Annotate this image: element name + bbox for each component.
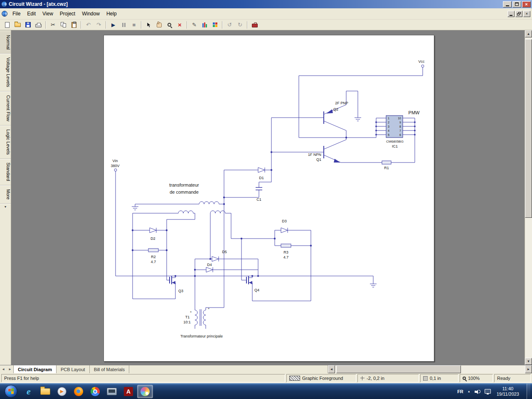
taskbar-icon-media-player[interactable]: ▶: [54, 385, 70, 398]
status-grid[interactable]: 0,1 in: [420, 374, 458, 382]
vertical-scroll-track[interactable]: [525, 37, 532, 358]
redo-button[interactable]: ↷: [94, 20, 103, 30]
toolbox-button[interactable]: [250, 20, 259, 30]
volume-icon[interactable]: [475, 389, 480, 394]
taskbar-icon-firefox[interactable]: [71, 385, 86, 398]
tab-scroll-left-button[interactable]: ◄: [0, 365, 7, 373]
sidebar-tab-voltage-levels[interactable]: Voltage Levels: [0, 54, 11, 91]
vertical-scroll-thumb[interactable]: [525, 39, 532, 218]
menu-project[interactable]: Project: [57, 9, 79, 18]
status-position: -2, 0,2 in: [357, 374, 419, 382]
label-r3-value: 4.7: [283, 255, 289, 259]
pointer-tool-button[interactable]: [144, 20, 153, 30]
sidebar-tab-standard[interactable]: Standard: [0, 159, 11, 185]
svg-text:5: 5: [388, 133, 389, 136]
hatch-swatch-icon: [289, 376, 300, 381]
menu-window[interactable]: Window: [79, 9, 103, 18]
taskbar-clock[interactable]: 11:40 19/11/2023: [497, 386, 519, 397]
canvas-area: Vcc PMW 2F PNP Q2 1F NPN Q1 CM6805BG IC1…: [11, 30, 525, 365]
menubar: File Edit View Project Window Help ×: [0, 8, 532, 20]
graph-tool-button[interactable]: [200, 20, 209, 30]
print-button[interactable]: [34, 20, 43, 30]
toolbar-separator: [106, 21, 106, 29]
label-q2-type: 2F PNP: [335, 101, 348, 105]
label-c1: C1: [256, 197, 261, 202]
undo-button[interactable]: ↶: [84, 20, 93, 30]
taskbar-icon-circuit-wizard[interactable]: [137, 385, 153, 398]
scroll-down-button[interactable]: ▼: [525, 358, 532, 365]
label-q1: Q1: [316, 158, 321, 162]
tab-scroll-right-button[interactable]: ►: [7, 365, 13, 373]
pause-button[interactable]: [119, 20, 128, 30]
sidebar-tab-more[interactable]: More: [0, 185, 11, 204]
show-desktop-button[interactable]: [527, 384, 530, 399]
maximize-icon: [515, 2, 519, 6]
copy-button[interactable]: [59, 20, 68, 30]
mdi-close-button[interactable]: ×: [523, 11, 530, 17]
open-button[interactable]: [13, 20, 22, 30]
rotate-right-button[interactable]: ↻: [235, 20, 245, 30]
label-ctrl-transformer-2: de commande: [170, 190, 199, 195]
mdi-minimize-button[interactable]: [507, 11, 515, 17]
mdi-restore-button[interactable]: [515, 11, 522, 17]
taskbar-icon-internet-explorer[interactable]: e: [21, 385, 37, 398]
analyzer-tool-button[interactable]: [210, 20, 220, 30]
taskbar-icon-system-app[interactable]: [104, 385, 120, 398]
label-pmw: PMW: [409, 110, 420, 115]
status-state-text: Ready: [497, 376, 510, 381]
tab-pcb-layout[interactable]: PCB Layout: [57, 365, 90, 373]
label-q4: Q4: [254, 288, 259, 292]
rotate-left-icon: ↺: [227, 22, 232, 27]
paste-button[interactable]: [69, 20, 79, 30]
taskbar-icon-adobe-reader[interactable]: A: [121, 385, 136, 398]
new-button[interactable]: [2, 20, 12, 30]
cut-icon: ✂: [51, 22, 55, 27]
hidden-icons-caret[interactable]: ▲: [468, 390, 470, 393]
language-indicator[interactable]: FR: [457, 389, 463, 394]
grid-icon: [423, 376, 428, 381]
menu-view[interactable]: View: [39, 9, 57, 18]
stop-button[interactable]: ■: [129, 20, 139, 30]
pan-tool-button[interactable]: [154, 20, 164, 30]
taskbar-icon-file-explorer[interactable]: [37, 385, 53, 398]
zoom-tool-button[interactable]: [165, 20, 174, 30]
close-button[interactable]: ×: [522, 1, 531, 7]
schematic-page[interactable]: Vcc PMW 2F PNP Q2 1F NPN Q1 CM6805BG IC1…: [103, 35, 434, 362]
horizontal-scroll-thumb[interactable]: [336, 365, 461, 373]
scroll-right-button[interactable]: ►: [525, 365, 532, 373]
taskbar-icon-chrome[interactable]: [87, 385, 103, 398]
minimize-button[interactable]: [503, 1, 512, 7]
tab-circuit-diagram[interactable]: Circuit Diagram: [13, 365, 57, 373]
scroll-up-button[interactable]: ▲: [525, 30, 532, 37]
sidebar-tab-logic-levels[interactable]: Logic Levels: [0, 126, 11, 159]
tab-bill-of-materials[interactable]: Bill of Materials: [90, 365, 130, 373]
svg-text:10: 10: [398, 117, 401, 120]
menu-file[interactable]: File: [9, 9, 24, 18]
display-icon[interactable]: [485, 389, 491, 394]
media-player-icon: ▶: [57, 387, 66, 396]
menu-help[interactable]: Help: [103, 9, 120, 18]
horizontal-scroll-track[interactable]: [335, 365, 525, 373]
more-chevron-icon[interactable]: ▼: [4, 205, 7, 208]
palette-icon: [140, 387, 150, 396]
probe-tool-button[interactable]: ✎: [190, 20, 199, 30]
status-layer[interactable]: Graphic Foreground: [286, 374, 356, 382]
system-tray: FR ▲ 11:40 19/11/2023: [457, 384, 530, 399]
statusbar: Press F1 for help Graphic Foreground -2,…: [0, 373, 532, 383]
sidebar-tab-normal[interactable]: Normal: [0, 31, 11, 54]
window-title: Circuit Wizard - [atx.cwz]: [9, 1, 502, 7]
vertical-scrollbar[interactable]: ▲ ▼: [525, 30, 532, 365]
maximize-button[interactable]: [512, 1, 521, 7]
delete-tool-button[interactable]: ×: [175, 20, 185, 30]
scroll-left-button[interactable]: ◄: [328, 365, 335, 373]
svg-text:7: 7: [399, 129, 401, 132]
rotate-left-button[interactable]: ↺: [225, 20, 234, 30]
cut-button[interactable]: ✂: [48, 20, 58, 30]
run-button[interactable]: ▶: [108, 20, 118, 30]
save-button[interactable]: [23, 20, 33, 30]
status-zoom[interactable]: 100%: [460, 374, 493, 382]
menu-edit[interactable]: Edit: [24, 9, 39, 18]
horizontal-scrollbar[interactable]: ◄ ►: [328, 365, 532, 373]
start-button[interactable]: [5, 385, 17, 398]
sidebar-tab-current-flow[interactable]: Current Flow: [0, 91, 11, 126]
